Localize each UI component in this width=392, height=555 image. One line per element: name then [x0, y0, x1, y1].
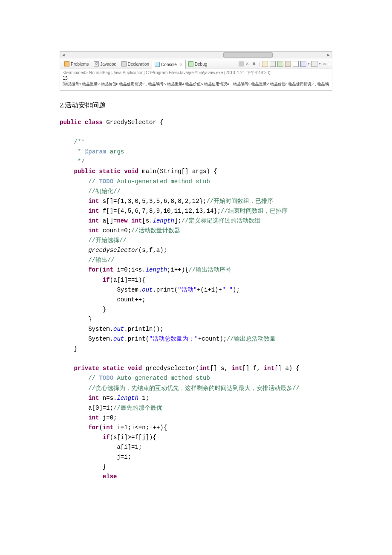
scroll-right-arrow-icon[interactable]: ► [326, 52, 331, 58]
terminated-line: <terminated> NormalBag [Java Application… [63, 70, 329, 76]
scroll-left-arrow-icon[interactable]: ◄ [61, 52, 66, 58]
javadoc: /** [74, 139, 85, 145]
field: out [113, 335, 124, 342]
keyword: int [88, 198, 99, 205]
keyword: int [131, 217, 142, 224]
maximize-icon[interactable]: □ [328, 62, 330, 66]
horizontal-scrollbar[interactable]: ◄ ► [60, 52, 332, 58]
keyword: int [88, 414, 99, 421]
code-text: greedyselector( [142, 365, 199, 372]
console-icon [155, 62, 160, 67]
code-text: ]; [174, 217, 182, 224]
keyword: static [99, 168, 120, 175]
console-toolbar: ✕ ✖ | ▾ ▾ ▭ □ [239, 61, 330, 67]
code-text: (s[i]>=f[j]){ [110, 434, 156, 441]
terminate-icon[interactable] [239, 61, 244, 66]
code-text: s[]={1,3,0,5,3,5,6,8,8,2,12}; [99, 198, 206, 205]
todo-tag: TODO [99, 178, 113, 185]
code-text: f[]={4,5,6,7,8,9,10,11,12,13,14}; [99, 208, 221, 214]
keyword: int [88, 208, 99, 214]
tab-console[interactable]: Console ✕ [152, 60, 186, 69]
comment: //结束时间数组，已排序 [221, 208, 288, 214]
keyword: else [103, 473, 117, 480]
scrollbar-thumb[interactable] [223, 52, 273, 58]
code-text: ( [99, 266, 102, 273]
display-icon[interactable] [285, 61, 291, 67]
comment: //定义标记选择过的活动数组 [182, 217, 260, 224]
debug-icon [188, 61, 193, 66]
keyword: class [85, 119, 103, 126]
code-text: ( [99, 424, 102, 431]
keyword: if [103, 277, 110, 283]
javadoc: args [106, 148, 124, 155]
code-text: } [88, 316, 92, 323]
code-text: } [103, 463, 106, 470]
method-call: greedyselector [88, 247, 138, 254]
console-output: 15 [63, 76, 68, 81]
code-text: +(i+1)+ [197, 286, 222, 293]
pin-icon[interactable] [277, 61, 283, 67]
comment: //输出// [88, 257, 115, 263]
field: length [117, 395, 138, 402]
tab-javadoc[interactable]: @ Javadoc [91, 59, 118, 69]
comment: //开始选择// [88, 237, 127, 244]
code-text: .println(); [124, 326, 163, 332]
method-sig: main(String[] args) { [138, 168, 217, 175]
minimize-icon[interactable]: ▭ [323, 62, 326, 66]
remove-x-icon[interactable]: ✕ [245, 61, 251, 66]
tab-label: Debug [195, 62, 207, 66]
dropdown-arrow-icon[interactable]: ▾ [319, 62, 321, 66]
console-output: [物品编号1 物品重量2 物品价值6 物品使用情况2，物品编号5 物品重量4 物… [63, 81, 329, 87]
tab-problems[interactable]: Problems [62, 59, 91, 69]
eclipse-console-panel: ◄ ► Problems @ Javadoc Declaration Conso… [60, 51, 332, 91]
open-console-icon[interactable] [293, 61, 299, 67]
keyword: int [88, 217, 99, 224]
tab-declaration[interactable]: Declaration [119, 59, 152, 69]
code-text: n=s. [99, 395, 117, 402]
code-text: a) { [282, 365, 300, 372]
javadoc-icon: @ [94, 61, 99, 66]
keyword: public [74, 168, 95, 175]
tab-label: Declaration [128, 62, 150, 66]
comment: //开始时间数组，已排序 [206, 198, 273, 205]
comment: //输出总活动数量 [227, 335, 276, 342]
comment: //活动数量计数器 [131, 227, 180, 234]
javadoc: */ [74, 158, 85, 165]
dropdown-arrow-icon[interactable]: ▾ [308, 62, 310, 66]
code-text: j=i; [117, 454, 131, 460]
code-text: [] [210, 365, 217, 372]
keyword: int [199, 365, 210, 372]
code-text: ;i++){ [167, 266, 188, 273]
keyword: if [103, 434, 110, 441]
tab-debug[interactable]: Debug [186, 59, 210, 69]
tab-close-icon[interactable]: ✕ [179, 62, 183, 67]
string: "活动总数量为：" [149, 335, 198, 342]
keyword: public [60, 119, 81, 126]
string: "活动" [178, 286, 197, 293]
code-text: [] [274, 365, 282, 372]
code-text: a[i]=1; [117, 444, 142, 451]
new-console-icon[interactable] [300, 61, 306, 67]
field: length [153, 217, 174, 224]
view-menu-icon[interactable] [311, 61, 317, 67]
keyword: private [74, 365, 99, 372]
tab-label: Console [161, 62, 177, 67]
code-text: } [103, 306, 106, 313]
scroll-lock-icon[interactable] [270, 61, 276, 67]
clear-icon[interactable] [262, 61, 268, 67]
code-block: public class GreedySelector { /** * @par… [60, 118, 332, 482]
keyword: for [88, 424, 99, 431]
code-text: count=0; [99, 227, 131, 234]
code-text: .print( [124, 335, 149, 342]
keyword: int [88, 227, 99, 234]
remove-all-icon[interactable]: ✖ [252, 61, 257, 66]
keyword: void [128, 365, 142, 372]
code-text: i=1;i<=n;i++){ [113, 424, 167, 431]
declaration-icon [121, 61, 127, 66]
field: length [146, 266, 167, 273]
code-text: System. [88, 335, 113, 342]
code-text: a[0]=1; [88, 405, 113, 411]
code-text: [s. [142, 217, 153, 224]
string: " " [222, 286, 233, 293]
code-text: } [74, 345, 78, 352]
